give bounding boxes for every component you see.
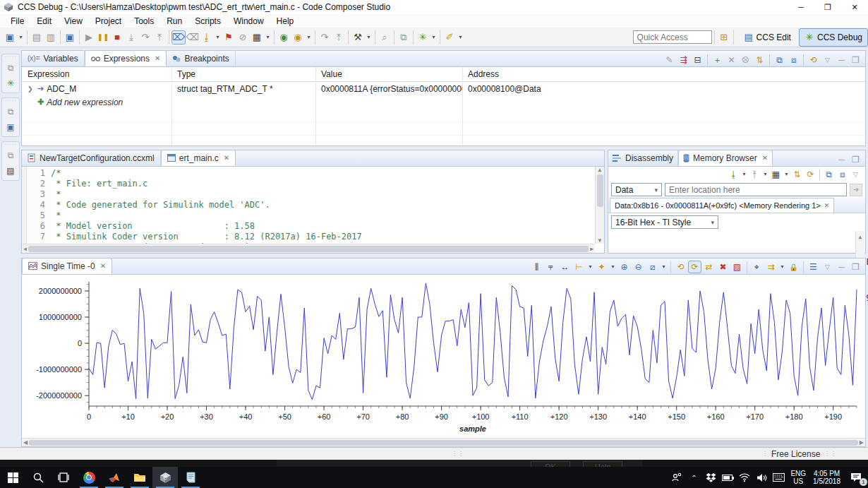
new-caret-icon[interactable]: ▾	[17, 30, 25, 44]
chart-horizontal-scrollbar[interactable]: ◀▶	[22, 438, 865, 446]
col-type[interactable]: Type	[171, 68, 315, 81]
connect-target-icon[interactable]: ⌦	[171, 30, 186, 44]
memory-view-menu-icon[interactable]: ▽	[849, 168, 862, 181]
taskbar-chrome-button[interactable]	[76, 467, 102, 488]
memory-space-select[interactable]: Data ▾	[611, 183, 662, 196]
task-view-button[interactable]	[51, 467, 76, 488]
pin-view-icon[interactable]: ⧈	[787, 54, 800, 66]
sync-memory-icon[interactable]: ⟳	[804, 168, 817, 181]
menu-project[interactable]: Project	[89, 15, 128, 28]
close-rendering-icon[interactable]: ✕	[824, 202, 830, 209]
debug-console-icon[interactable]: ▣	[63, 30, 77, 44]
tab-expressions[interactable]: Expressions ✕	[85, 50, 167, 66]
suspend-icon[interactable]: ❚❚	[96, 30, 110, 44]
resume-icon[interactable]: ▶	[82, 30, 96, 44]
taskbar-matlab-button[interactable]	[102, 467, 127, 488]
maximize-view-icon[interactable]: ❐	[849, 54, 862, 66]
debug-view-icon[interactable]: ✳	[4, 77, 17, 90]
clear-chart-icon[interactable]: ✖	[716, 261, 730, 273]
remove-expression-icon[interactable]: ✕	[725, 54, 738, 66]
menu-scripts[interactable]: Scripts	[188, 15, 227, 28]
close-tab-icon[interactable]: ✕	[155, 54, 160, 62]
dialog-help-button[interactable]: Help	[583, 461, 622, 467]
step-into-icon[interactable]: ⤓	[124, 30, 138, 44]
taskbar-explorer-button[interactable]	[127, 467, 152, 488]
tab-disassembly[interactable]: Disassembly	[608, 150, 678, 166]
zoom-mode-icon[interactable]: ⧄	[646, 261, 659, 273]
dropbox-icon[interactable]	[702, 467, 719, 488]
collapse-all-icon[interactable]: ⊟	[691, 54, 704, 66]
editor-horizontal-scrollbar[interactable]: ◀▶	[22, 244, 595, 253]
new-memory-view-icon[interactable]: ⧉	[822, 168, 836, 181]
tab-ert-main-c[interactable]: ert_main.c ✕	[161, 150, 236, 166]
minimize-view-icon[interactable]: ─	[835, 153, 848, 166]
tab-variables[interactable]: (x)= Variables	[22, 50, 85, 66]
minimize-view-icon[interactable]: ─	[835, 261, 848, 273]
load-program-icon[interactable]: ⭳	[200, 30, 214, 44]
search-icon[interactable]: ⌕	[378, 30, 392, 44]
table-row[interactable]: ❯ ➜ ADC_M struct tag_RTM_ADC_T * 0x00008…	[22, 82, 865, 95]
save-all-icon[interactable]: ▥	[44, 30, 58, 44]
pin-memory-view-icon[interactable]: ⧈	[836, 168, 849, 181]
chart-fit-icon[interactable]: ↔	[558, 261, 572, 273]
chart-group-icon[interactable]: ⫼	[530, 261, 543, 273]
col-value[interactable]: Value	[315, 68, 462, 81]
col-address[interactable]: Address	[462, 68, 865, 81]
build-hammer-icon[interactable]: ⚒	[351, 30, 365, 44]
minimize-button[interactable]: ─	[788, 0, 814, 14]
menu-view[interactable]: View	[58, 15, 89, 28]
data-flow-caret-icon[interactable]: ▾	[778, 260, 786, 274]
reorganize-icon[interactable]: ⇅	[753, 54, 766, 66]
taskbar-search-button[interactable]	[25, 467, 51, 488]
zoom-in-icon[interactable]: ⊕	[617, 261, 631, 273]
pen-caret-icon[interactable]: ▾	[457, 30, 464, 44]
chart-view-menu-icon[interactable]: ▽	[821, 261, 834, 273]
volume-icon[interactable]	[753, 467, 770, 488]
refresh-chart-icon[interactable]: ⟲	[674, 261, 687, 273]
perspective-ccs-debug[interactable]: ✳ CCS Debug	[799, 28, 868, 47]
tab-breakpoints[interactable]: Breakpoints	[167, 50, 235, 66]
add-chart-caret-icon[interactable]: ▾	[609, 260, 617, 274]
restore-view-icon[interactable]: ⧉	[4, 149, 17, 162]
refresh-icon[interactable]: ⟲	[807, 54, 820, 66]
code-editor[interactable]: 1/* 2 * File: ert_main.c 3 * 4 * Code ge…	[22, 167, 604, 253]
data-flow-icon[interactable]: ⇉	[764, 261, 778, 273]
chart-align-icon[interactable]: ⫧	[544, 261, 557, 273]
close-tab-icon[interactable]: ✕	[224, 154, 229, 162]
chart-plot-area[interactable]: 200000000010000000000-1000000000-2000000…	[22, 275, 865, 446]
continuous-refresh-icon[interactable]: ⟳	[688, 261, 701, 273]
minimize-view-icon[interactable]: ─	[835, 54, 848, 66]
erase-icon[interactable]: ⊘	[236, 30, 250, 44]
maximize-button[interactable]: ❐	[814, 0, 841, 14]
show-logical-structure-icon[interactable]: ⇶	[677, 54, 690, 66]
fill-memory-icon[interactable]: ▦	[769, 168, 783, 181]
step-return-icon[interactable]: ⤒	[152, 30, 167, 44]
build-caret-icon[interactable]: ▾	[365, 30, 373, 44]
menu-window[interactable]: Window	[227, 15, 270, 28]
maximize-view-icon[interactable]: ❐	[849, 261, 862, 273]
touch-keyboard-icon[interactable]	[770, 467, 787, 488]
view-menu-icon[interactable]: ▽	[821, 54, 834, 66]
run-icon[interactable]: ◉	[277, 30, 291, 44]
save-memory-icon[interactable]: ⭳	[727, 168, 740, 181]
axis-ruler-icon[interactable]: ⊢	[572, 261, 586, 273]
console-view-icon[interactable]: ▣	[4, 121, 17, 133]
new-view-icon[interactable]: ⧉	[773, 54, 786, 66]
menu-edit[interactable]: Edit	[30, 15, 58, 28]
profile-icon[interactable]: ◉	[291, 30, 305, 44]
go-button[interactable]: ➜	[850, 184, 862, 196]
start-button[interactable]	[0, 467, 25, 488]
load-caret-icon[interactable]: ▾	[214, 30, 222, 44]
taskbar-notepad-button[interactable]	[178, 467, 203, 488]
col-expression[interactable]: Expression	[22, 68, 171, 81]
chip-caret-icon[interactable]: ▾	[264, 30, 272, 44]
last-edit-icon[interactable]: ⧉	[397, 30, 411, 44]
chip-icon[interactable]: ▦	[250, 30, 264, 44]
zoom-out-icon[interactable]: ⊖	[632, 261, 645, 273]
load-memory-caret-icon[interactable]: ▾	[761, 167, 769, 181]
forward-icon[interactable]: ⤒	[332, 30, 346, 44]
disconnect-target-icon[interactable]: ⌫	[186, 30, 200, 44]
close-tab-icon[interactable]: ✕	[762, 154, 768, 162]
find-icon[interactable]: ⌖	[750, 261, 764, 273]
memory-location-input[interactable]	[665, 183, 847, 196]
